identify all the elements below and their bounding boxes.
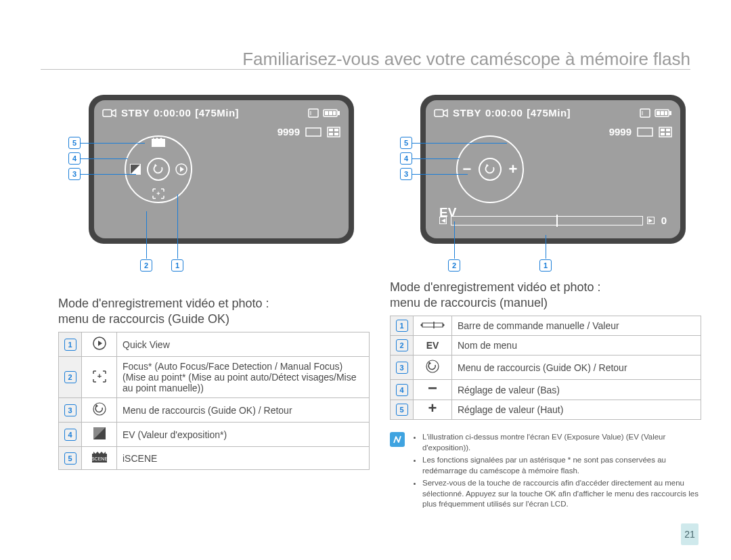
svg-rect-4 <box>325 111 328 115</box>
dpad-left-minus-icon: − <box>459 161 475 177</box>
callout-1: 1 <box>171 259 183 272</box>
dpad: + <box>125 135 192 203</box>
title-underline <box>41 69 690 70</box>
callout-1: 1 <box>539 259 552 272</box>
svg-rect-34 <box>661 133 665 135</box>
legend-num: 3 <box>391 356 414 380</box>
legend-num: 5 <box>59 447 82 470</box>
ev-left-arrow-icon: ◀ <box>439 217 447 224</box>
callout-4: 4 <box>68 152 81 165</box>
photo-count: 9999 <box>278 126 300 137</box>
focus-icon: + <box>82 357 117 398</box>
card-icon <box>640 108 650 118</box>
legend-text: iSCENE <box>117 447 370 470</box>
callout-2: 2 <box>448 259 460 272</box>
right-section-heading: Mode d'enregistrement vidéo et photo : m… <box>390 280 701 310</box>
quality-icon <box>659 127 672 137</box>
svg-text:+: + <box>156 190 160 197</box>
svg-rect-7 <box>306 128 321 136</box>
table-row: 1Barre de commande manuelle / Valeur <box>391 316 701 336</box>
table-row: 4EV (Valeur d'exposition*) <box>59 423 370 447</box>
svg-rect-23 <box>435 110 443 116</box>
legend-num: 2 <box>59 357 82 398</box>
svg-rect-36 <box>422 323 443 327</box>
svg-rect-30 <box>638 128 652 136</box>
callout-3: 3 <box>400 168 412 180</box>
bar-icon <box>414 316 452 336</box>
quality-icon <box>327 127 340 137</box>
svg-rect-0 <box>103 110 112 116</box>
svg-rect-13 <box>152 139 165 147</box>
svg-rect-5 <box>329 111 332 115</box>
ev-bar: ◀ ▶ 0 <box>439 215 667 226</box>
svg-rect-3 <box>338 111 340 115</box>
dpad: − + <box>456 135 524 203</box>
legend-num: 1 <box>391 316 414 336</box>
ev-value: 0 <box>661 215 667 226</box>
table-row: 4−Réglage de valeur (Bas) <box>391 380 701 400</box>
table-row: 3Menu de raccourcis (Guide OK) / Retour <box>59 398 370 423</box>
wide-icon <box>637 127 653 137</box>
table-row: 1Quick View <box>59 332 370 357</box>
note-item: Les fonctions signalées par un astérisqu… <box>422 455 701 476</box>
callout-5: 5 <box>400 137 412 149</box>
legend-num: 4 <box>391 380 414 400</box>
dpad-down-focus-icon: + <box>150 187 167 200</box>
svg-rect-9 <box>329 129 333 131</box>
scene-icon: SCENE <box>82 447 117 470</box>
screen-illustration-right: STBY 0:00:00 [475Min] 9999 <box>400 95 691 247</box>
svg-rect-27 <box>657 111 660 115</box>
legend-text: Menu de raccourcis (Guide OK) / Retour <box>117 398 370 423</box>
dpad-center-return-icon <box>147 158 170 181</box>
remaining-text: [475Min] <box>527 107 571 119</box>
note-icon <box>390 432 405 447</box>
minus-icon: − <box>414 380 452 400</box>
table-row: 3Menu de raccourcis (Guide OK) / Retour <box>391 356 701 380</box>
callout-5: 5 <box>68 137 81 149</box>
legend-text: Réglage de valeur (Bas) <box>452 380 701 400</box>
table-row: 5SCENEiSCENE <box>59 447 370 470</box>
screen-illustration-left: STBY 0:00:00 [475Min] 9999 <box>68 95 359 247</box>
note-item: Servez-vous de la touche de raccourcis a… <box>422 478 701 510</box>
status-text: STBY <box>453 107 481 119</box>
dpad-up-scene-icon <box>150 135 167 149</box>
svg-text:SCENE: SCENE <box>91 456 108 461</box>
ev-text-icon: EV <box>414 336 452 356</box>
svg-rect-6 <box>333 111 336 115</box>
legend-text: Quick View <box>117 332 370 357</box>
ev-icon <box>82 423 117 447</box>
svg-rect-12 <box>334 133 338 135</box>
camcorder-icon <box>102 108 117 119</box>
svg-rect-24 <box>640 109 650 117</box>
legend-text: Barre de commande manuelle / Valeur <box>452 316 701 336</box>
svg-rect-33 <box>666 129 670 131</box>
page-title: Familiarisez-vous avec votre caméscope à… <box>242 49 690 70</box>
legend-text: Nom de menu <box>452 336 701 356</box>
table-row: 5+Réglage de valeur (Haut) <box>391 400 701 420</box>
legend-text: Réglage de valeur (Haut) <box>452 400 701 420</box>
time-text: 0:00:00 <box>154 107 191 119</box>
table-row: 2+Focus* (Auto Focus/Face Detection / Ma… <box>59 357 370 398</box>
right-column: STBY 0:00:00 [475Min] 9999 <box>390 95 701 512</box>
svg-rect-32 <box>661 129 665 131</box>
right-legend-table: 1Barre de commande manuelle / Valeur2EVN… <box>390 316 701 420</box>
battery-icon <box>655 108 672 118</box>
dpad-right-play-icon <box>173 161 190 177</box>
battery-icon <box>323 108 340 118</box>
status-second-row: 9999 <box>278 126 340 137</box>
legend-text: Menu de raccourcis (Guide OK) / Retour <box>452 356 701 380</box>
status-line: STBY 0:00:00 [475Min] <box>102 107 340 119</box>
status-text: STBY <box>121 107 150 119</box>
legend-num: 4 <box>59 423 82 447</box>
time-text: 0:00:00 <box>485 107 523 119</box>
svg-rect-28 <box>661 111 664 115</box>
photo-count: 9999 <box>609 126 632 137</box>
play-icon <box>82 332 117 357</box>
legend-text: Focus* (Auto Focus/Face Detection / Manu… <box>117 357 370 398</box>
legend-num: 5 <box>391 400 414 420</box>
legend-num: 1 <box>59 332 82 357</box>
remaining-text: [475Min] <box>195 107 239 119</box>
legend-num: 3 <box>59 398 82 423</box>
left-legend-table: 1Quick View2+Focus* (Auto Focus/Face Det… <box>58 332 370 470</box>
notes-block: L'illustration ci-dessus montre l'écran … <box>390 432 701 512</box>
